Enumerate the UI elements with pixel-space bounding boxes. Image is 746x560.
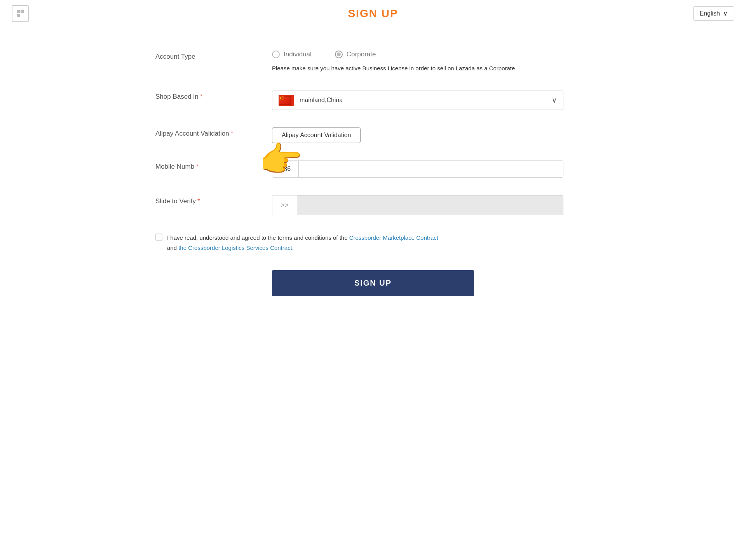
- shop-based-required: *: [200, 93, 203, 100]
- mobile-input-group: +86: [272, 160, 563, 178]
- slide-handle[interactable]: >>: [272, 195, 297, 215]
- account-type-label: Account Type: [155, 51, 272, 61]
- corporate-label: Corporate: [347, 51, 376, 58]
- alipay-required: *: [231, 130, 234, 137]
- country-code: +86: [272, 161, 299, 177]
- corporate-option[interactable]: Corporate: [335, 51, 376, 58]
- chevron-down-icon: ∨: [552, 96, 557, 105]
- chevron-down-icon: ∨: [723, 10, 728, 17]
- marketplace-contract-link[interactable]: Crossborder Marketplace Contract: [349, 234, 438, 241]
- corporate-radio[interactable]: [335, 51, 343, 58]
- terms-row: I have read, understood and agreed to th…: [155, 233, 591, 253]
- shop-based-value: mainland,China: [300, 97, 343, 104]
- language-selector[interactable]: English ∨: [693, 6, 734, 21]
- account-note: Please make sure you have active Busines…: [272, 64, 591, 73]
- individual-label: Individual: [284, 51, 312, 58]
- logo: [12, 5, 29, 22]
- slide-verify-required: *: [197, 197, 200, 205]
- account-type-radio-group: Individual Corporate: [272, 51, 591, 58]
- language-label: English: [700, 10, 720, 17]
- signup-button-row: SIGN UP: [155, 270, 591, 296]
- svg-rect-2: [17, 14, 20, 17]
- shop-based-control: mainland,China ∨: [272, 91, 591, 110]
- alipay-control: Alipay Account Validation 👈: [272, 127, 591, 143]
- mobile-label: Mobile Numb*: [155, 160, 272, 171]
- signup-button[interactable]: SIGN UP: [272, 270, 474, 296]
- slide-verify-control: >>: [272, 195, 591, 215]
- slide-verify-row: Slide to Verify* >>: [155, 195, 591, 215]
- alipay-row: Alipay Account Validation* Alipay Accoun…: [155, 127, 591, 143]
- shop-based-row: Shop Based in* mainland,China ∨: [155, 91, 591, 110]
- terms-text-middle: and: [167, 244, 178, 251]
- china-flag-icon: [279, 95, 294, 106]
- account-type-control: Individual Corporate Please make sure yo…: [272, 51, 591, 73]
- mobile-row: Mobile Numb* +86: [155, 160, 591, 178]
- logistics-contract-link[interactable]: the Crossborder Logistics Services Contr…: [178, 244, 292, 251]
- shop-based-dropdown[interactable]: mainland,China ∨: [272, 91, 563, 110]
- page-title: SIGN UP: [348, 7, 398, 20]
- account-type-row: Account Type Individual Corporate Please…: [155, 51, 591, 73]
- individual-radio[interactable]: [272, 51, 280, 58]
- dropdown-left: mainland,China: [279, 95, 343, 106]
- mobile-control: +86: [272, 160, 591, 178]
- slide-verify-widget[interactable]: >>: [272, 195, 563, 215]
- individual-option[interactable]: Individual: [272, 51, 312, 58]
- alipay-label: Alipay Account Validation*: [155, 127, 272, 138]
- shop-based-label: Shop Based in*: [155, 91, 272, 101]
- terms-text-after: .: [292, 244, 294, 251]
- main-content: Account Type Individual Corporate Please…: [140, 27, 606, 319]
- header: SIGN UP English ∨: [0, 0, 746, 27]
- mobile-required: *: [196, 163, 199, 170]
- terms-text-before: I have read, understood and agreed to th…: [167, 234, 349, 241]
- slide-track: [297, 195, 563, 215]
- terms-checkbox[interactable]: [155, 234, 162, 241]
- terms-text: I have read, understood and agreed to th…: [167, 233, 438, 253]
- slide-verify-label: Slide to Verify*: [155, 195, 272, 205]
- mobile-input[interactable]: [299, 161, 563, 177]
- alipay-button[interactable]: Alipay Account Validation: [272, 127, 361, 143]
- svg-rect-0: [17, 10, 20, 13]
- svg-rect-1: [21, 10, 24, 13]
